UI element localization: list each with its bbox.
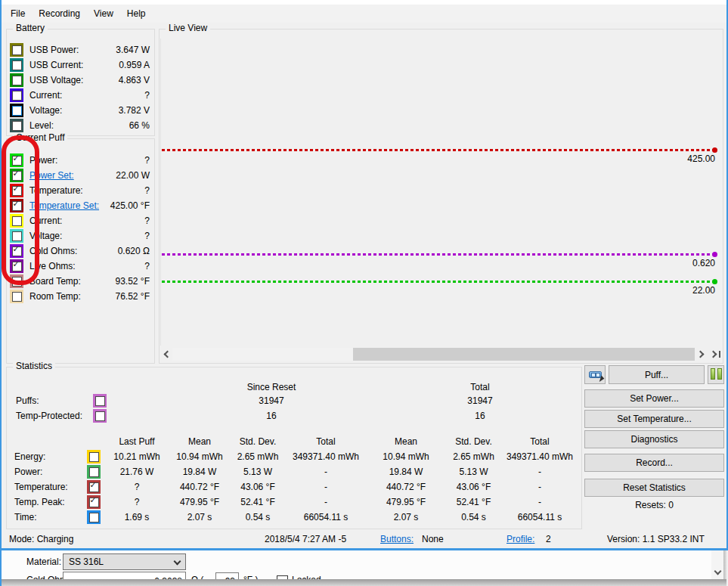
menu-item-file[interactable]: File: [4, 5, 32, 23]
scroll-right-button[interactable]: [695, 348, 708, 361]
series-color-checkbox[interactable]: [10, 88, 23, 102]
click-toolbar-icon: [589, 371, 602, 378]
record-button[interactable]: Record...: [584, 454, 724, 472]
series-color-checkbox[interactable]: [87, 465, 101, 479]
current-puff-row-label[interactable]: Temperature Set:: [29, 200, 99, 211]
table-cell: 5.13 W: [445, 464, 502, 479]
diagnostics-button[interactable]: Diagnostics: [584, 430, 724, 448]
series-color-checkbox[interactable]: ✓: [10, 199, 23, 212]
table-row-checkbox: [82, 449, 105, 464]
series-color-checkbox[interactable]: [10, 43, 23, 57]
series-color-checkbox[interactable]: [10, 58, 23, 72]
series-color-checkbox[interactable]: [10, 119, 23, 132]
series-color-checkbox[interactable]: [10, 274, 23, 288]
checkbox-inner: ✓: [89, 498, 99, 507]
set-power-button[interactable]: Set Power...: [584, 389, 724, 408]
battery-group-title: Battery: [13, 23, 48, 33]
menu-item-recording[interactable]: Recording: [32, 5, 87, 23]
current-puff-row: Voltage:?: [7, 228, 154, 243]
current-puff-group-title: Current Puff: [13, 132, 67, 143]
counter-since-reset-value: 31947: [226, 395, 317, 406]
buttons-link[interactable]: Buttons:: [380, 534, 414, 544]
current-puff-row-value: ?: [144, 185, 150, 196]
table-row-label: Temp. Peak:: [14, 495, 82, 510]
current-puff-row-label[interactable]: Power Set:: [29, 170, 74, 181]
series-color-checkbox[interactable]: [93, 394, 107, 408]
table-corner-spacer: [82, 434, 105, 449]
pause-button[interactable]: [708, 365, 724, 384]
reset-statistics-button[interactable]: Reset Statistics: [584, 479, 724, 497]
scrollbar-track[interactable]: [172, 348, 695, 361]
chevron-right-icon: [696, 351, 704, 358]
series-color-checkbox[interactable]: [10, 229, 23, 243]
battery-row-label: Level:: [29, 120, 54, 131]
menu-item-view[interactable]: View: [87, 5, 120, 23]
checkbox-inner: ✓: [12, 171, 22, 181]
profile-link[interactable]: Profile:: [507, 534, 534, 544]
series-color-checkbox[interactable]: [87, 510, 101, 524]
temperature-set-line-dot: [712, 147, 717, 153]
current-puff-row-value: ?: [144, 231, 150, 241]
series-color-checkbox[interactable]: [10, 214, 23, 228]
current-puff-row-label: Temperature:: [29, 185, 83, 196]
material-value: SS 316L: [69, 557, 104, 567]
table-cell: 479.95 °F: [169, 495, 231, 510]
table-cell: 5.13 W: [231, 464, 285, 479]
material-label: Material:: [26, 557, 61, 567]
series-color-checkbox[interactable]: ✓: [10, 244, 23, 258]
series-color-checkbox[interactable]: ✓: [10, 169, 23, 182]
check-mark-icon: ✓: [13, 153, 20, 163]
checkbox-inner: ✓: [12, 156, 22, 166]
power-set-line-dot: [712, 279, 717, 284]
current-puff-row-label: Power:: [29, 155, 57, 166]
series-color-checkbox[interactable]: ✓: [87, 495, 101, 509]
table-cell: 0.54 s: [445, 510, 502, 525]
battery-group: Battery USB Power:3.647 WUSB Current:0.9…: [6, 29, 155, 136]
counter-since-reset-value: 16: [226, 411, 317, 421]
series-color-checkbox[interactable]: [10, 73, 23, 87]
series-color-checkbox[interactable]: [10, 104, 23, 117]
table-cell: 479.95 °F: [367, 495, 445, 510]
scroll-left-button[interactable]: [160, 348, 172, 361]
material-dropdown[interactable]: SS 316L: [63, 553, 186, 570]
checkbox-inner: [95, 411, 105, 421]
table-column-header: Last Puff: [105, 434, 169, 449]
puff-button[interactable]: Puff...: [609, 365, 705, 384]
series-color-checkbox[interactable]: ✓: [10, 259, 23, 273]
current-puff-row-value: 22.00 W: [116, 170, 150, 181]
check-mark-icon: ✓: [13, 169, 20, 178]
scroll-to-end-button[interactable]: [709, 348, 722, 361]
series-color-checkbox[interactable]: [93, 409, 107, 423]
menu-item-help[interactable]: Help: [120, 5, 153, 23]
actions-panel: Puff... Set Power... Set Temperature... …: [584, 365, 724, 528]
series-color-checkbox[interactable]: [87, 450, 101, 464]
live-view-group: Live View 425.000.62022.00: [159, 29, 723, 364]
counter-checkbox-wrap: [93, 394, 107, 408]
series-color-checkbox[interactable]: ✓: [10, 184, 23, 197]
table-row-label: Energy:: [14, 449, 82, 464]
current-puff-row-value: ?: [144, 155, 150, 166]
auto-puff-button[interactable]: [584, 365, 606, 384]
set-temperature-button[interactable]: Set Temperature...: [584, 410, 724, 428]
live-view-group-title: Live View: [166, 23, 210, 33]
checkbox-inner: [12, 60, 22, 70]
table-column-header: Total: [502, 434, 578, 449]
current-puff-row: ✓Cold Ohms:0.620 Ω: [7, 243, 154, 259]
series-color-checkbox[interactable]: [10, 290, 23, 303]
checkbox-inner: [12, 292, 22, 302]
scroll-down-icon: [714, 568, 722, 575]
series-color-checkbox[interactable]: ✓: [10, 153, 23, 167]
current-puff-row-value: 0.620 Ω: [118, 246, 150, 256]
datetime-status: 2018/5/4 7:27 AM -5: [265, 534, 346, 544]
table-cell: -: [502, 479, 578, 495]
live-view-scrollbar[interactable]: [160, 348, 722, 361]
checkbox-inner: [89, 452, 99, 462]
table-column-header: Mean: [367, 434, 445, 449]
series-color-checkbox[interactable]: ✓: [87, 480, 101, 494]
scrollbar-thumb[interactable]: [353, 348, 695, 361]
chevron-down-icon: [174, 557, 181, 565]
table-cell: 21.76 W: [105, 464, 169, 479]
checkbox-inner: [12, 106, 22, 116]
power-set-line: [162, 281, 717, 283]
bottom-scrollbar-gutter[interactable]: [711, 550, 724, 580]
